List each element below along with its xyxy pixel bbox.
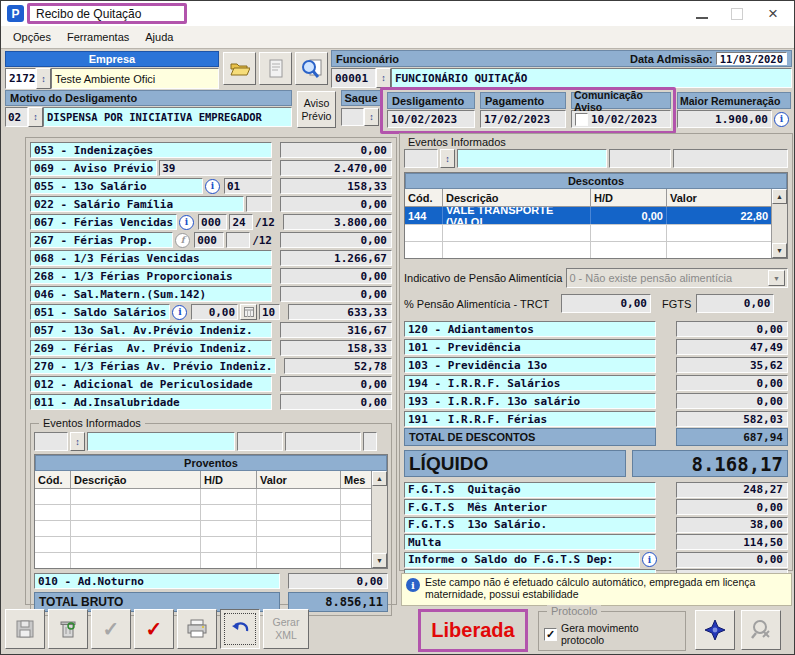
verba-069-value[interactable]: 2.470,00 xyxy=(280,160,392,176)
evento-left-spinner[interactable] xyxy=(70,432,85,451)
report-button[interactable] xyxy=(259,52,292,85)
print-button[interactable] xyxy=(177,609,217,649)
desligamento-field[interactable]: 10/02/2023 xyxy=(387,110,475,128)
undo-button[interactable] xyxy=(220,609,260,649)
evento-010-label[interactable]: 010 - Ad.Noturno xyxy=(34,573,280,589)
data-admissao-field[interactable]: 11/03/2020 xyxy=(716,52,787,65)
evento-left-code-field[interactable] xyxy=(34,432,68,451)
saldo-fgts-dep-value[interactable]: 0,00 xyxy=(676,552,788,568)
verba-046-value[interactable]: 0,00 xyxy=(280,286,392,302)
evento-right-spinner[interactable] xyxy=(440,149,455,168)
verba-268-value[interactable]: 0,00 xyxy=(280,268,392,284)
menu-opcoes[interactable]: Opções xyxy=(5,28,59,46)
verba-067-field2[interactable]: 24 xyxy=(229,214,253,230)
desconto-empty-row[interactable] xyxy=(405,225,771,242)
verba-069-field[interactable]: 39 xyxy=(159,160,272,176)
comunicacao-date[interactable]: 10/02/2023 xyxy=(591,113,657,126)
evento-left-hd-field[interactable] xyxy=(237,432,283,451)
desconto-101-label[interactable]: 101 - Previdência xyxy=(404,339,656,355)
proventos-empty-row[interactable] xyxy=(35,553,371,568)
fgts-quitacao-label[interactable]: F.G.T.S Quitação xyxy=(404,482,656,498)
open-folder-button[interactable] xyxy=(223,52,256,85)
verba-057-value[interactable]: 316,67 xyxy=(280,322,392,338)
protocolo-action-button[interactable] xyxy=(695,610,735,650)
evento-right-desc-field[interactable] xyxy=(457,149,607,168)
pensao-percent-field[interactable]: 0,00 xyxy=(561,294,651,313)
verba-051-calendar-button[interactable] xyxy=(240,304,257,320)
scroll-down-icon[interactable] xyxy=(772,243,787,258)
verba-055-value[interactable]: 158,33 xyxy=(280,178,392,194)
motivo-desc-field[interactable]: DISPENSA POR INICIATIVA EMPREGADOR xyxy=(43,107,292,127)
verba-012-label[interactable]: 012 - Adicional de Periculosidade xyxy=(30,376,272,392)
delete-button[interactable] xyxy=(48,609,88,649)
verba-270-value[interactable]: 52,78 xyxy=(284,358,392,374)
empresa-name-field[interactable]: Teste Ambiente Ofici xyxy=(51,68,219,89)
desconto-row-selected[interactable]: 144 VALE TRANSPORTE (VALOI 0,00 22,80 xyxy=(405,207,771,225)
verba-068-label[interactable]: 068 - 1/3 Férias Vencidas xyxy=(30,250,272,266)
aviso-previo-button[interactable]: Aviso Prévio xyxy=(297,91,336,128)
col-hd[interactable]: H/D xyxy=(591,189,667,206)
save-button[interactable] xyxy=(5,609,45,649)
saque-field[interactable] xyxy=(341,108,364,126)
verba-011-label[interactable]: 011 - Ad.Insalubridade xyxy=(30,394,272,410)
verba-269-value[interactable]: 158,33 xyxy=(280,340,392,356)
funcionario-spinner[interactable] xyxy=(376,68,391,88)
verba-051-value[interactable]: 633,33 xyxy=(288,304,392,320)
maior-remuneracao-info-icon[interactable] xyxy=(774,112,789,127)
desconto-193-value[interactable]: 0,00 xyxy=(676,393,788,409)
empresa-code-field[interactable]: 2172 xyxy=(5,68,36,89)
verba-057-label[interactable]: 057 - 13o Sal. Av.Prévio Indeniz. xyxy=(30,322,272,338)
col-cod[interactable]: Cód. xyxy=(35,471,71,488)
verba-068-value[interactable]: 1.266,67 xyxy=(280,250,392,266)
proventos-empty-row[interactable] xyxy=(35,521,371,537)
proventos-empty-row[interactable] xyxy=(35,505,371,521)
confirm-button[interactable]: ✓ xyxy=(134,609,174,649)
desconto-193-label[interactable]: 193 - I.R.R.F. 13o salário xyxy=(404,393,656,409)
desconto-103-label[interactable]: 103 - Previdência 13o xyxy=(404,357,656,373)
menu-ajuda[interactable]: Ajuda xyxy=(137,28,181,46)
fgts-mes-anterior-label[interactable]: F.G.T.S Mês Anterior xyxy=(404,499,656,515)
col-valor[interactable]: Valor xyxy=(667,189,771,206)
evento-left-valor-field[interactable] xyxy=(285,432,361,451)
motivo-spinner[interactable] xyxy=(28,107,43,127)
verba-022-field[interactable] xyxy=(246,196,272,212)
evento-right-code-field[interactable] xyxy=(404,149,438,168)
gera-movimento-checkbox[interactable] xyxy=(544,628,557,641)
col-valor[interactable]: Valor xyxy=(257,471,341,488)
desconto-191-value[interactable]: 582,03 xyxy=(676,411,788,427)
proventos-empty-row[interactable] xyxy=(35,489,371,505)
scroll-down-icon[interactable] xyxy=(372,553,387,568)
funcionario-code-field[interactable]: 00001 xyxy=(331,68,376,88)
desconto-194-value[interactable]: 0,00 xyxy=(676,375,788,391)
evento-left-mes-field[interactable] xyxy=(363,432,377,451)
verba-011-value[interactable]: 0,00 xyxy=(280,394,392,410)
desconto-194-label[interactable]: 194 - I.R.R.F. Salários xyxy=(404,375,656,391)
fgts-quitacao-value[interactable]: 248,27 xyxy=(676,482,788,498)
menu-ferramentas[interactable]: Ferramentas xyxy=(59,28,137,46)
saque-spinner[interactable] xyxy=(364,108,379,126)
scroll-up-icon[interactable] xyxy=(372,471,387,486)
verba-267-value[interactable]: 0,00 xyxy=(280,232,392,248)
fgts-13o-value[interactable]: 38,00 xyxy=(676,517,788,533)
verba-267-field2[interactable] xyxy=(226,232,250,248)
verba-051-field1[interactable]: 0,00 xyxy=(191,304,238,320)
verba-051-info-icon[interactable] xyxy=(172,305,187,320)
verba-067-field1[interactable]: 000 xyxy=(198,214,227,230)
desconto-101-value[interactable]: 47,49 xyxy=(676,339,788,355)
verba-012-value[interactable]: 0,00 xyxy=(280,376,392,392)
maior-remuneracao-field[interactable]: 1.900,00 xyxy=(677,110,772,128)
col-descricao[interactable]: Descrição xyxy=(443,189,591,206)
empresa-spinner[interactable] xyxy=(36,68,51,89)
scroll-up-icon[interactable] xyxy=(772,189,787,204)
minimize-icon[interactable] xyxy=(696,9,708,19)
evento-left-desc-field[interactable] xyxy=(87,432,235,451)
motivo-code-field[interactable]: 02 xyxy=(5,107,28,127)
verba-046-label[interactable]: 046 - Sal.Matern.(Sum.142) xyxy=(30,286,272,302)
verba-267-field1[interactable]: 000 xyxy=(194,232,224,248)
verba-022-label[interactable]: 022 - Salário Família xyxy=(30,196,244,212)
verba-053-value[interactable]: 0,00 xyxy=(280,142,392,158)
col-cod[interactable]: Cód. xyxy=(405,189,443,206)
verba-051-label[interactable]: 051 - Saldo Salários xyxy=(30,304,170,320)
verba-067-value[interactable]: 3.800,00 xyxy=(283,214,392,230)
col-descricao[interactable]: Descrição xyxy=(71,471,201,488)
